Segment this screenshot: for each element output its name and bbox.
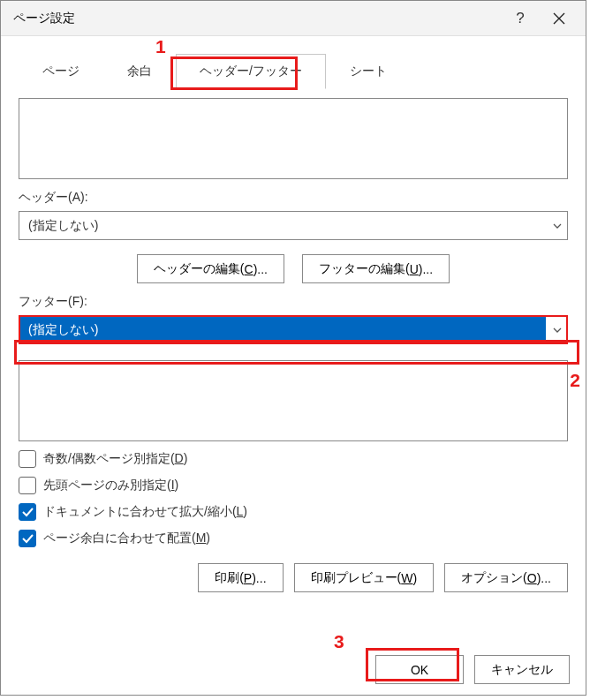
header-preview [19,98,568,179]
align-margins-checkbox[interactable] [19,530,36,547]
chevron-down-icon[interactable] [546,316,567,343]
dialog-title: ページ設定 [13,11,75,26]
footer-combo-value: (指定しない) [19,316,546,343]
annotation-number-2: 2 [570,370,580,391]
tab-header-footer[interactable]: ヘッダー/フッター [176,54,326,89]
header-combo[interactable]: (指定しない) [19,211,568,240]
help-button[interactable]: ? [501,1,540,36]
tab-margins[interactable]: 余白 [103,54,176,89]
footer-label: フッター(F): [19,294,568,310]
scale-doc-checkbox[interactable] [19,503,36,521]
cancel-button[interactable]: キャンセル [474,655,570,684]
header-label: ヘッダー(A): [19,190,568,206]
print-button[interactable]: 印刷(P)... [198,563,283,592]
first-page-checkbox-row[interactable]: 先頭ページのみ別指定(I) [19,477,568,494]
scale-doc-label: ドキュメントに合わせて拡大/縮小(L) [43,504,247,520]
odd-even-label: 奇数/偶数ページ別指定(D) [43,451,187,467]
chevron-down-icon[interactable] [546,212,567,239]
odd-even-checkbox[interactable] [19,450,36,468]
annotation-number-3: 3 [334,631,344,652]
align-margins-label: ページ余白に合わせて配置(M) [43,531,210,546]
page-setup-dialog: ページ設定 ? ページ 余白 ヘッダー/フッター シート ヘッダー(A): (指… [0,0,586,696]
annotation-number-1: 1 [155,36,166,57]
scale-doc-checkbox-row[interactable]: ドキュメントに合わせて拡大/縮小(L) [19,503,568,521]
tab-strip: ページ 余白 ヘッダー/フッター シート [19,54,568,89]
footer-preview [19,360,568,441]
dialog-content: ページ 余白 ヘッダー/フッター シート ヘッダー(A): (指定しない) ヘッ… [1,36,586,605]
tab-sheet[interactable]: シート [326,54,411,89]
odd-even-checkbox-row[interactable]: 奇数/偶数ページ別指定(D) [19,450,568,468]
close-button[interactable] [540,1,579,36]
edit-header-button[interactable]: ヘッダーの編集(C)... [137,254,284,283]
footer-combo[interactable]: (指定しない) [19,315,568,344]
align-margins-checkbox-row[interactable]: ページ余白に合わせて配置(M) [19,530,568,547]
options-button[interactable]: オプション(O)... [444,563,568,592]
first-page-label: 先頭ページのみ別指定(I) [43,478,178,493]
edit-footer-button[interactable]: フッターの編集(U)... [302,254,450,283]
tab-page[interactable]: ページ [19,54,103,89]
title-bar: ページ設定 ? [1,1,586,36]
ok-button[interactable]: OK [375,655,464,684]
first-page-checkbox[interactable] [19,477,36,494]
header-combo-value: (指定しない) [19,212,546,239]
print-preview-button[interactable]: 印刷プレビュー(W) [294,563,435,592]
